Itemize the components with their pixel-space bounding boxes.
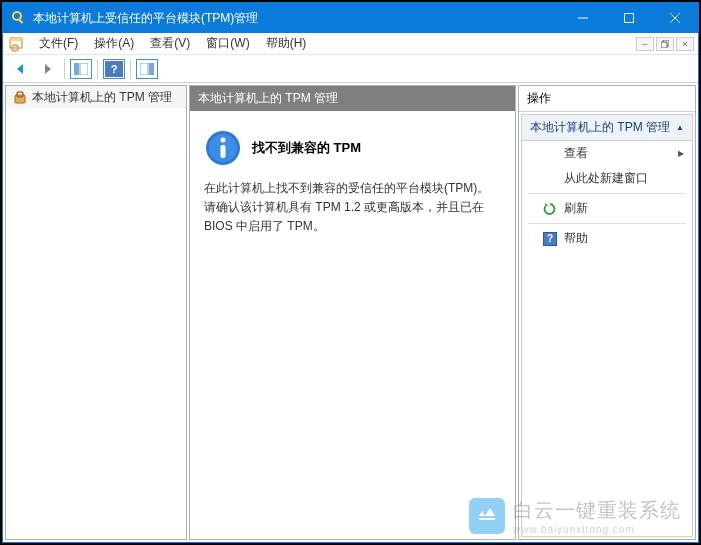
close-button[interactable] <box>652 3 698 33</box>
content-panel: 本地计算机上的 TPM 管理 找不到兼容的 TPM 在此计算机上找不到兼容的受信… <box>189 85 516 540</box>
menu-help[interactable]: 帮助(H) <box>258 33 315 54</box>
window-title: 本地计算机上受信任的平台模块(TPM)管理 <box>33 10 560 27</box>
svg-rect-20 <box>221 145 226 158</box>
content-header: 本地计算机上的 TPM 管理 <box>190 86 515 111</box>
menu-file[interactable]: 文件(F) <box>31 33 86 54</box>
nav-forward-button[interactable] <box>35 57 59 81</box>
action-separator <box>528 193 686 194</box>
tpm-node-icon <box>12 90 28 106</box>
window-controls <box>560 3 698 33</box>
info-text: 在此计算机上找不到兼容的受信任的平台模块(TPM)。请确认该计算机具有 TPM … <box>204 179 501 237</box>
mmc-icon <box>7 35 25 53</box>
help-toolbar-button[interactable]: ? <box>103 59 125 79</box>
action-refresh[interactable]: 刷新 <box>522 196 692 221</box>
toolbar: ? <box>3 55 698 83</box>
info-title: 找不到兼容的 TPM <box>252 139 361 157</box>
show-hide-action-button[interactable] <box>136 59 158 79</box>
mdi-restore-button[interactable] <box>656 37 674 51</box>
action-new-window-label: 从此处新建窗口 <box>564 170 684 187</box>
body: 本地计算机上的 TPM 管理 本地计算机上的 TPM 管理 找不到兼容的 <box>3 83 698 542</box>
collapse-icon: ▲ <box>676 123 684 132</box>
menu-action[interactable]: 操作(A) <box>86 33 142 54</box>
show-hide-tree-button[interactable] <box>70 59 92 79</box>
chevron-right-icon: ▶ <box>678 149 684 158</box>
action-help[interactable]: ? 帮助 <box>522 226 692 251</box>
info-icon <box>204 129 242 167</box>
app-icon <box>11 10 27 26</box>
blank-icon <box>542 171 558 187</box>
action-view[interactable]: 查看 ▶ <box>522 141 692 166</box>
toolbar-separator <box>97 59 98 79</box>
svg-rect-3 <box>625 14 634 23</box>
tree-root-node[interactable]: 本地计算机上的 TPM 管理 <box>6 86 186 109</box>
console-tree-panel: 本地计算机上的 TPM 管理 <box>5 85 187 540</box>
tpm-management-window: 本地计算机上受信任的平台模块(TPM)管理 文件(F) 操作(A) 查看(V) … <box>2 2 699 543</box>
actions-group-label: 本地计算机上的 TPM 管理 <box>530 119 670 136</box>
toolbar-separator <box>130 59 131 79</box>
svg-point-19 <box>221 138 226 143</box>
blank-icon <box>542 146 558 162</box>
svg-rect-11 <box>74 63 79 75</box>
nav-back-button[interactable] <box>9 57 33 81</box>
action-view-label: 查看 <box>564 145 678 162</box>
svg-rect-14 <box>149 63 154 75</box>
maximize-button[interactable] <box>606 3 652 33</box>
content-body: 找不到兼容的 TPM 在此计算机上找不到兼容的受信任的平台模块(TPM)。请确认… <box>190 111 515 539</box>
menu-bar: 文件(F) 操作(A) 查看(V) 窗口(W) 帮助(H) – × <box>3 33 698 55</box>
actions-group-header[interactable]: 本地计算机上的 TPM 管理 ▲ <box>522 115 692 141</box>
menu-window[interactable]: 窗口(W) <box>198 33 257 54</box>
svg-rect-10 <box>661 42 667 48</box>
minimize-button[interactable] <box>560 3 606 33</box>
svg-rect-12 <box>80 63 88 75</box>
toolbar-separator <box>64 59 65 79</box>
help-icon: ? <box>542 231 558 247</box>
svg-rect-7 <box>10 38 22 41</box>
action-new-window[interactable]: 从此处新建窗口 <box>522 166 692 191</box>
menu-view[interactable]: 查看(V) <box>142 33 198 54</box>
actions-panel-header: 操作 <box>519 86 695 112</box>
action-help-label: 帮助 <box>564 230 684 247</box>
mdi-close-button[interactable]: × <box>676 37 694 51</box>
mdi-minimize-button[interactable]: – <box>636 37 654 51</box>
title-bar: 本地计算机上受信任的平台模块(TPM)管理 <box>3 3 698 33</box>
tree-root-label: 本地计算机上的 TPM 管理 <box>32 89 172 106</box>
refresh-icon <box>542 201 558 217</box>
actions-panel: 操作 本地计算机上的 TPM 管理 ▲ 查看 ▶ 从此处新建窗口 <box>518 85 696 540</box>
svg-rect-13 <box>140 63 148 75</box>
action-separator <box>528 223 686 224</box>
action-refresh-label: 刷新 <box>564 200 684 217</box>
